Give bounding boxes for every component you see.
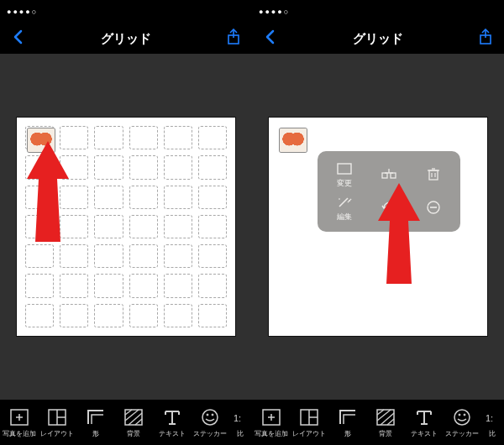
tool-label: テキスト: [411, 429, 438, 438]
tool-background[interactable]: 背景: [114, 400, 152, 445]
grid-cell[interactable]: [198, 186, 227, 209]
grid-cell[interactable]: [164, 215, 192, 238]
status-bar: ●●●●○: [0, 0, 252, 24]
tool-add-photo[interactable]: 写真を追加: [0, 400, 38, 445]
signal-icon: ●●●●○: [7, 8, 38, 16]
sticker-icon: [199, 407, 221, 427]
grid-cell[interactable]: [25, 274, 54, 297]
grid-canvas[interactable]: [17, 118, 235, 336]
shape-icon: [337, 407, 359, 427]
grid-cell[interactable]: [25, 304, 54, 327]
grid-cell[interactable]: [198, 155, 227, 179]
text-icon: [413, 407, 435, 427]
grid-cell[interactable]: [164, 126, 192, 149]
change-icon: [335, 161, 354, 176]
tool-layout[interactable]: レイアウト: [38, 400, 76, 445]
screenshot-left: ●●●●○ グリッド: [0, 0, 252, 445]
grid-cell[interactable]: [94, 126, 123, 149]
grid-cell[interactable]: [60, 186, 88, 209]
grid-cell[interactable]: [94, 155, 123, 179]
tool-ratio[interactable]: 1: 比: [229, 400, 252, 445]
tool-ratio[interactable]: 1: 比: [481, 400, 504, 445]
photo-thumbnail[interactable]: [280, 128, 307, 152]
share-button[interactable]: [474, 29, 497, 50]
popup-edit[interactable]: 編集: [324, 193, 365, 223]
back-button[interactable]: [259, 29, 282, 49]
grid-cell[interactable]: [94, 304, 123, 327]
svg-text:1:: 1:: [486, 413, 493, 423]
grid-cell[interactable]: [198, 304, 227, 327]
tool-text[interactable]: テキスト: [153, 400, 191, 445]
grid-cell[interactable]: [129, 126, 158, 149]
grid-cell[interactable]: [94, 215, 123, 238]
background-icon: [375, 407, 396, 427]
grid-cell[interactable]: [129, 155, 158, 179]
popup-delete[interactable]: [412, 160, 454, 190]
tool-shape[interactable]: 形: [328, 400, 366, 445]
grid-cell[interactable]: [60, 274, 88, 297]
tool-add-photo[interactable]: 写真を追加: [252, 400, 290, 445]
tool-sticker[interactable]: ステッカー: [191, 400, 228, 445]
tool-shape[interactable]: 形: [76, 400, 114, 445]
tool-label: 比: [489, 429, 496, 438]
share-button[interactable]: [222, 29, 245, 50]
grid-cell[interactable]: [129, 186, 158, 209]
tool-background[interactable]: 背景: [366, 400, 404, 445]
text-icon: [161, 407, 183, 427]
grid-cell[interactable]: [129, 304, 158, 327]
grid-canvas[interactable]: 変更 編集: [269, 118, 487, 336]
tool-text[interactable]: テキスト: [405, 400, 443, 445]
tool-label: 形: [344, 429, 351, 438]
svg-line-11: [125, 410, 139, 421]
tool-layout[interactable]: レイアウト: [290, 400, 328, 445]
grid-cell[interactable]: [129, 244, 158, 268]
tool-label: 写真を追加: [3, 429, 36, 438]
grid-cell[interactable]: [60, 126, 88, 149]
popup-grid[interactable]: [369, 160, 410, 190]
back-button[interactable]: [7, 29, 30, 49]
svg-line-12: [129, 413, 142, 425]
photo-thumbnail[interactable]: [28, 128, 55, 152]
grid-cell[interactable]: [129, 274, 158, 297]
tool-sticker[interactable]: ステッカー: [443, 400, 480, 445]
trash-icon: [424, 166, 443, 181]
grid-cell[interactable]: [25, 155, 54, 179]
grid-cell[interactable]: [60, 215, 88, 238]
grid-cell[interactable]: [94, 186, 123, 209]
grid-cell[interactable]: [164, 304, 192, 327]
grid-cell[interactable]: [25, 186, 54, 209]
grid-cell[interactable]: [25, 215, 54, 238]
grid-cell[interactable]: [60, 155, 88, 179]
svg-point-58: [454, 410, 470, 425]
popup-rotate[interactable]: [369, 193, 410, 223]
grid-cell[interactable]: [60, 244, 88, 268]
grid-cell[interactable]: [198, 215, 227, 238]
grid-cell[interactable]: [198, 274, 227, 297]
grid-cell[interactable]: [60, 304, 88, 327]
svg-text:1:: 1:: [234, 413, 241, 423]
grid-cell[interactable]: [94, 274, 123, 297]
grid-cell[interactable]: [94, 244, 123, 268]
bottom-toolbar: 写真を追加 レイアウト 形 背景 テキスト ステッカー: [252, 400, 504, 445]
tool-label: ステッカー: [193, 429, 227, 438]
svg-point-59: [459, 414, 460, 416]
svg-rect-27: [391, 173, 396, 178]
grid-cell[interactable]: [198, 126, 227, 149]
grid-cell[interactable]: [164, 244, 192, 268]
minus-icon: [424, 200, 443, 215]
grid-cell[interactable]: [164, 155, 192, 179]
tool-label: ステッカー: [445, 429, 479, 438]
grid-cell[interactable]: [164, 186, 192, 209]
layout-icon: [46, 407, 68, 427]
tool-label: レイアウト: [40, 429, 74, 438]
popup-remove[interactable]: [412, 193, 454, 223]
popup-change[interactable]: 変更: [324, 160, 365, 190]
layout-icon: [298, 407, 320, 427]
svg-line-51: [381, 413, 394, 425]
grid-cell[interactable]: [198, 244, 227, 268]
svg-point-19: [202, 410, 218, 425]
grid-cell[interactable]: [164, 274, 192, 297]
status-bar: ●●●●○: [252, 0, 504, 24]
grid-cell[interactable]: [129, 215, 158, 238]
grid-cell[interactable]: [25, 244, 54, 268]
